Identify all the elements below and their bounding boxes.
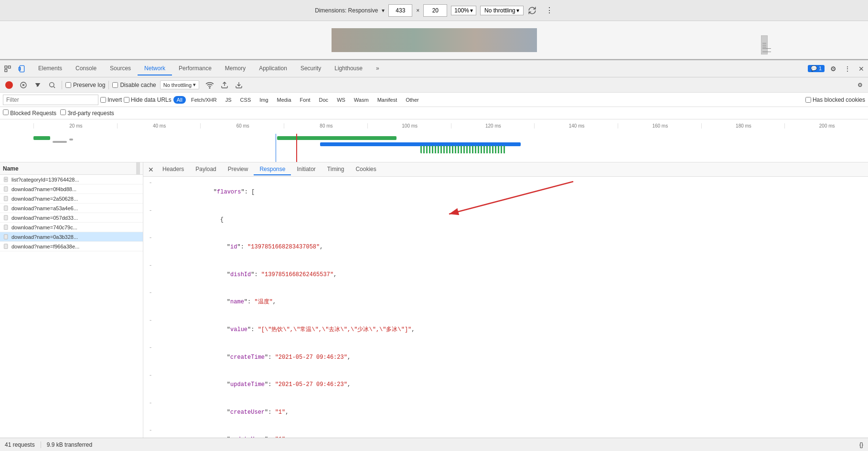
settings-icon[interactable]: ⚙ bbox=[828, 63, 838, 75]
detail-close-button[interactable]: ✕ bbox=[145, 164, 157, 175]
filter-input[interactable] bbox=[3, 95, 98, 105]
dimensions-chevron[interactable]: ▾ bbox=[382, 7, 385, 14]
tab-sources[interactable]: Sources bbox=[103, 62, 138, 75]
filter-js-button[interactable]: JS bbox=[222, 96, 235, 104]
filter-fetch-xhr-button[interactable]: Fetch/XHR bbox=[188, 96, 220, 104]
tab-payload[interactable]: Payload bbox=[190, 164, 222, 175]
tab-console[interactable]: Console bbox=[69, 62, 103, 75]
has-blocked-cookies-checkbox[interactable] bbox=[805, 97, 811, 103]
throttle-button[interactable]: No throttling ▾ bbox=[480, 6, 524, 15]
tab-initiator[interactable]: Initiator bbox=[291, 164, 321, 175]
tab-performance[interactable]: Performance bbox=[172, 62, 218, 75]
tick-160ms: 160 ms bbox=[618, 123, 701, 129]
width-input[interactable] bbox=[388, 4, 412, 17]
height-input[interactable] bbox=[423, 4, 447, 17]
blocked-requests-label[interactable]: Blocked Requests bbox=[3, 109, 56, 117]
filter-bar: Invert Hide data URLs All Fetch/XHR JS C… bbox=[0, 93, 868, 107]
svg-point-6 bbox=[50, 82, 54, 86]
filter-all-button[interactable]: All bbox=[173, 96, 186, 104]
device-toolbar-icon[interactable] bbox=[16, 63, 28, 75]
blocked-requests-checkbox[interactable] bbox=[3, 109, 9, 115]
download-icon[interactable] bbox=[233, 80, 245, 90]
third-party-label[interactable]: 3rd-party requests bbox=[60, 109, 114, 117]
throttle-select[interactable]: No throttling ▾ bbox=[160, 80, 199, 89]
third-party-checkbox[interactable] bbox=[60, 109, 66, 115]
list-item[interactable]: download?name=2a50628... bbox=[0, 194, 143, 204]
tab-security[interactable]: Security bbox=[294, 62, 328, 75]
svg-rect-13 bbox=[4, 186, 8, 191]
list-item[interactable]: download?name=0a3b328... bbox=[0, 232, 143, 242]
column-resize-handle[interactable] bbox=[136, 162, 140, 174]
svg-point-7 bbox=[209, 87, 210, 88]
upload-icon[interactable] bbox=[218, 80, 231, 90]
tab-timing[interactable]: Timing bbox=[321, 164, 350, 175]
filter-css-button[interactable]: CSS bbox=[237, 96, 255, 104]
tick-120ms: 120 ms bbox=[451, 123, 535, 129]
online-icon[interactable] bbox=[203, 79, 216, 91]
hide-data-urls-label[interactable]: Hide data URLs bbox=[124, 97, 171, 103]
list-item[interactable]: download?name=740c79c... bbox=[0, 223, 143, 232]
tab-memory[interactable]: Memory bbox=[218, 62, 252, 75]
clear-icon[interactable] bbox=[17, 80, 30, 90]
json-line: - "name": "温度", bbox=[143, 289, 868, 316]
filter-doc-button[interactable]: Doc bbox=[316, 96, 332, 104]
filter-media-button[interactable]: Media bbox=[274, 96, 295, 104]
tick-40ms: 40 ms bbox=[117, 123, 201, 129]
svg-rect-14 bbox=[4, 196, 8, 201]
filter-wasm-button[interactable]: Wasm bbox=[351, 96, 372, 104]
more-menu-icon[interactable]: ⋮ bbox=[546, 6, 553, 15]
tab-cookies[interactable]: Cookies bbox=[350, 164, 382, 175]
network-settings-icon[interactable]: ⚙ bbox=[855, 80, 865, 90]
tab-lighthouse[interactable]: Lighthouse bbox=[328, 62, 369, 75]
filter-font-button[interactable]: Font bbox=[297, 96, 314, 104]
more-options-icon[interactable]: ⋮ bbox=[842, 63, 853, 75]
network-toolbar: Preserve log Disable cache No throttling… bbox=[0, 77, 868, 93]
record-icon[interactable] bbox=[3, 80, 15, 90]
close-devtools-icon[interactable]: ✕ bbox=[857, 63, 866, 75]
filter-img-button[interactable]: Img bbox=[256, 96, 271, 104]
json-format-button[interactable]: {} bbox=[859, 441, 863, 448]
hide-data-urls-checkbox[interactable] bbox=[124, 97, 129, 103]
svg-rect-19 bbox=[4, 244, 8, 248]
tick-200ms: 200 ms bbox=[784, 123, 868, 129]
filter-icon[interactable] bbox=[32, 80, 44, 90]
tab-elements[interactable]: Elements bbox=[32, 62, 69, 75]
list-item[interactable]: download?name=057dd33... bbox=[0, 213, 143, 223]
main-content: Name list?categoryId=139764428... downlo… bbox=[0, 162, 868, 438]
file-icon bbox=[3, 224, 10, 231]
list-item[interactable]: download?name=a53a4e6... bbox=[0, 204, 143, 213]
list-item[interactable]: download?name=f966a38e... bbox=[0, 242, 143, 251]
disable-cache-checkbox[interactable] bbox=[112, 82, 118, 88]
filter-manifest-button[interactable]: Manifest bbox=[374, 96, 401, 104]
list-item[interactable]: list?categoryId=139764428... bbox=[0, 175, 143, 184]
inspect-element-icon[interactable] bbox=[2, 63, 13, 75]
search-icon[interactable] bbox=[46, 80, 58, 90]
svg-rect-17 bbox=[4, 225, 8, 229]
has-blocked-cookies-label[interactable]: Has blocked cookies bbox=[805, 97, 865, 103]
invert-label[interactable]: Invert bbox=[100, 97, 122, 103]
json-line: - "updateUser": "1", bbox=[143, 426, 868, 438]
preserve-log-checkbox[interactable] bbox=[65, 82, 71, 88]
disable-cache-label[interactable]: Disable cache bbox=[112, 82, 156, 88]
tab-response[interactable]: Response bbox=[254, 164, 291, 175]
preserve-log-label[interactable]: Preserve log bbox=[65, 82, 105, 88]
svg-rect-16 bbox=[4, 215, 8, 220]
tab-headers[interactable]: Headers bbox=[157, 164, 190, 175]
list-item[interactable]: download?name=0f4bd88... bbox=[0, 184, 143, 194]
json-line: - { bbox=[143, 206, 868, 234]
zoom-button[interactable]: 100% ▾ bbox=[451, 6, 476, 15]
filter-ws-button[interactable]: WS bbox=[333, 96, 349, 104]
tab-network[interactable]: Network bbox=[138, 62, 172, 75]
invert-checkbox[interactable] bbox=[100, 97, 106, 103]
top-bar: Dimensions: Responsive ▾ × 100% ▾ No thr… bbox=[0, 0, 868, 21]
rotate-icon[interactable] bbox=[527, 6, 537, 15]
tab-preview[interactable]: Preview bbox=[222, 164, 254, 175]
chat-badge[interactable]: 💬 1 bbox=[808, 65, 825, 72]
drag-handle[interactable] bbox=[761, 47, 772, 53]
request-list: Name list?categoryId=139764428... downlo… bbox=[0, 162, 143, 438]
json-line: - "dishId": "1397851668262465537", bbox=[143, 261, 868, 289]
tab-application[interactable]: Application bbox=[252, 62, 294, 75]
tab-more[interactable]: » bbox=[369, 62, 386, 75]
json-line: - "id": "1397851668283437058", bbox=[143, 234, 868, 261]
filter-other-button[interactable]: Other bbox=[402, 96, 422, 104]
